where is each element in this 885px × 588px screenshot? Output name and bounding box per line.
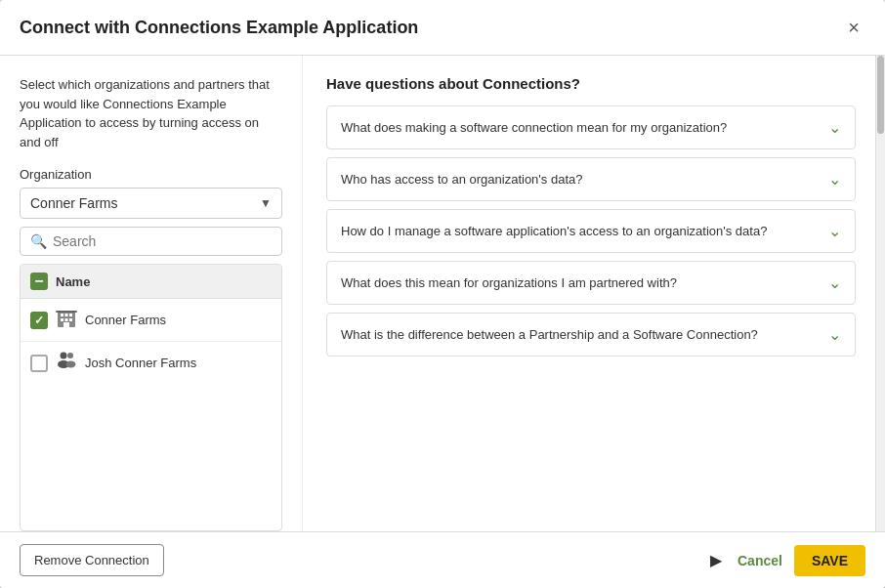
search-input[interactable] xyxy=(53,233,272,249)
faq-question: What is the difference between a Partner… xyxy=(341,327,819,342)
right-panel: Have questions about Connections? What d… xyxy=(303,56,875,531)
org-dropdown-value: Conner Farms xyxy=(30,195,117,211)
faq-title: Have questions about Connections? xyxy=(326,75,856,92)
org-item-name: Conner Farms xyxy=(85,313,166,327)
org-label: Organization xyxy=(20,167,282,182)
modal-title: Connect with Connections Example Applica… xyxy=(20,18,418,38)
minus-icon[interactable]: − xyxy=(30,273,48,290)
scrollbar-thumb[interactable] xyxy=(877,56,884,134)
chevron-down-icon: ⌄ xyxy=(828,325,841,344)
faq-item[interactable]: What is the difference between a Partner… xyxy=(326,313,856,357)
modal-footer: Remove Connection ▶ Cancel SAVE xyxy=(0,531,885,588)
faq-item[interactable]: What does this mean for organizations I … xyxy=(326,261,856,305)
faq-item[interactable]: How do I manage a software application's… xyxy=(326,209,856,253)
org-dropdown[interactable]: Conner Farms ▼ xyxy=(20,188,282,219)
left-description: Select which organizations and partners … xyxy=(20,75,282,151)
svg-rect-3 xyxy=(69,314,72,316)
list-item[interactable]: Conner Farms xyxy=(21,299,281,342)
svg-rect-2 xyxy=(65,314,68,316)
chevron-down-icon: ⌄ xyxy=(828,273,841,292)
list-header-label: Name xyxy=(56,274,90,289)
footer-right: ▶ Cancel SAVE xyxy=(710,545,865,576)
svg-rect-8 xyxy=(56,311,77,313)
checkbox-checked-icon[interactable] xyxy=(30,312,48,329)
chevron-down-icon: ▼ xyxy=(260,196,272,210)
faq-question: Who has access to an organization's data… xyxy=(341,172,819,187)
remove-connection-button[interactable]: Remove Connection xyxy=(20,544,164,576)
building-icon xyxy=(56,308,77,332)
checkbox-unchecked-icon[interactable] xyxy=(30,355,48,372)
svg-point-10 xyxy=(67,353,73,358)
scrollbar-track[interactable] xyxy=(876,56,885,531)
faq-item[interactable]: What does making a software connection m… xyxy=(326,105,856,149)
modal-header: Connect with Connections Example Applica… xyxy=(0,0,885,56)
svg-rect-4 xyxy=(61,318,63,321)
list-item[interactable]: Josh Conner Farms xyxy=(21,342,281,384)
left-panel: Select which organizations and partners … xyxy=(0,56,303,531)
people-icon xyxy=(56,351,77,375)
list-header: − Name xyxy=(21,265,281,299)
modal-body: Select which organizations and partners … xyxy=(0,56,885,531)
close-button[interactable]: × xyxy=(842,16,865,39)
faq-question: What does making a software connection m… xyxy=(341,120,819,135)
org-list: − Name xyxy=(20,264,282,531)
chevron-down-icon: ⌄ xyxy=(828,170,841,189)
faq-item[interactable]: Who has access to an organization's data… xyxy=(326,157,856,201)
svg-rect-6 xyxy=(69,318,72,321)
svg-point-12 xyxy=(66,361,76,368)
cancel-button[interactable]: Cancel xyxy=(738,553,782,568)
svg-point-9 xyxy=(61,353,67,359)
cursor-icon: ▶ xyxy=(710,551,722,569)
chevron-down-icon: ⌄ xyxy=(828,222,841,240)
faq-question: How do I manage a software application's… xyxy=(341,224,819,238)
svg-rect-7 xyxy=(63,322,69,327)
svg-rect-5 xyxy=(65,318,68,321)
search-box: 🔍 xyxy=(20,227,282,256)
svg-rect-1 xyxy=(61,314,63,316)
search-icon: 🔍 xyxy=(30,233,47,249)
save-button[interactable]: SAVE xyxy=(794,545,865,576)
scrollbar xyxy=(875,56,885,531)
faq-question: What does this mean for organizations I … xyxy=(341,275,819,290)
org-item-name: Josh Conner Farms xyxy=(85,356,196,370)
modal: Connect with Connections Example Applica… xyxy=(0,0,885,588)
chevron-down-icon: ⌄ xyxy=(828,118,841,137)
